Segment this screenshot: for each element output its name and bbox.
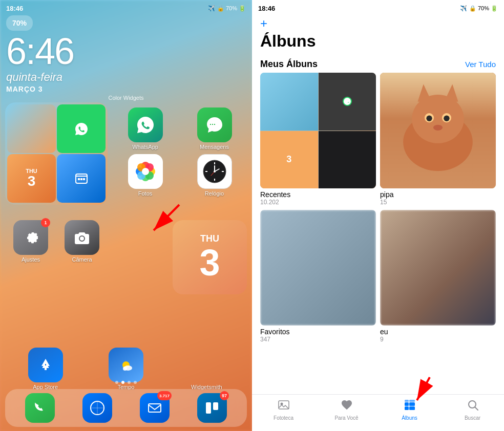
tab-fototeca[interactable]: Fototeca (252, 399, 315, 421)
svg-rect-54 (409, 400, 415, 402)
tab-bar: Fototeca Para Você Álbuns (252, 394, 504, 431)
album-favoritos[interactable]: Favoritos 347 (260, 210, 376, 343)
time-left: 18:46 (6, 5, 23, 12)
airplane-icon-right: ✈️ (460, 5, 467, 12)
dock-icon-trello[interactable]: 97 (197, 393, 227, 423)
album-thumb-recentes: 3 (260, 73, 376, 188)
dock-icon-safari[interactable] (82, 393, 112, 423)
album-name-favoritos: Favoritos (260, 328, 376, 336)
widget-area: 70% 6:46 quinta-feira MARÇO 3 (6, 15, 246, 93)
tab-icon-albuns (404, 399, 416, 414)
app-ajustes-wrap[interactable]: 1 Ajustes (13, 220, 48, 263)
dock-safari-wrap[interactable] (82, 393, 112, 423)
app-label-ajustes: Ajustes (22, 256, 40, 263)
battery-status-right: 🔒 70% 🔋 (469, 5, 498, 12)
tab-icon-fototeca (278, 399, 290, 414)
album-thumb-pipa (380, 73, 496, 188)
app-icon-whatsapp[interactable] (128, 107, 163, 142)
status-icons-left: ✈️ 🔒 70% 🔋 (208, 5, 246, 12)
album-thumb-favoritos (260, 210, 376, 326)
time-widget: 6:46 (6, 33, 246, 70)
app-messages-wrap[interactable]: Mensagens (182, 107, 247, 150)
app-icon-clock[interactable] (197, 154, 232, 189)
svg-text:A: A (42, 360, 49, 370)
app-photos-wrap[interactable]: Fotos (113, 154, 178, 197)
widgetsmith-spacer (189, 348, 224, 382)
album-count-recentes: 10.202 (260, 199, 376, 206)
status-bar-left: 18:46 ✈️ 🔒 70% 🔋 (0, 0, 252, 14)
dock-mail-wrap[interactable]: 3.717 (140, 393, 170, 423)
app-icon-photos[interactable] (128, 154, 163, 189)
app-icon-weather[interactable] (109, 348, 143, 382)
widget-cell-4 (57, 154, 106, 203)
see-all-link[interactable]: Ver Tudo (465, 60, 496, 69)
app-icon-camera[interactable] (65, 220, 99, 255)
dot-3 (128, 381, 131, 384)
svg-rect-34 (149, 404, 161, 412)
left-panel: 18:46 ✈️ 🔒 70% 🔋 70% 6:46 quinta-feira M… (0, 0, 252, 431)
dock: 3.717 97 (5, 389, 247, 427)
album-count-pipa: 15 (380, 199, 496, 206)
airplane-icon: ✈️ (208, 5, 215, 12)
tab-para-voce[interactable]: Para Você (315, 399, 378, 421)
app-camera-wrap[interactable]: Câmera (65, 220, 99, 263)
widget-cell-2 (57, 104, 106, 153)
badge-trello: 97 (220, 391, 229, 400)
thu-num: 3 (199, 244, 220, 281)
photos-title: Álbuns (260, 32, 496, 51)
app-label-messages: Mensagens (200, 144, 229, 150)
svg-point-39 (412, 95, 464, 143)
tab-label-albuns: Álbuns (402, 415, 417, 421)
tab-icon-para-voce (341, 399, 353, 414)
svg-rect-35 (206, 402, 211, 414)
svg-rect-56 (409, 406, 415, 410)
right-panel: 18:46 ✈️ 🔒 70% 🔋 + Álbuns Meus Álbuns Ve… (252, 0, 504, 431)
dock-icon-phone[interactable] (25, 393, 55, 423)
tab-albuns[interactable]: Álbuns (378, 399, 441, 421)
app-label-clock: Relógio (205, 190, 224, 197)
svg-rect-2 (80, 178, 82, 180)
svg-rect-36 (213, 402, 218, 410)
dock-icon-mail[interactable]: 3.717 (140, 393, 170, 423)
album-count-favoritos: 347 (260, 336, 376, 343)
dock-trello-wrap[interactable]: 97 (197, 393, 227, 423)
dot-4 (134, 381, 137, 384)
thu-widget: THU 3 (173, 220, 247, 294)
app-label-whatsapp: WhatsApp (132, 144, 158, 150)
album-recentes[interactable]: 3 Recentes 10.202 (260, 73, 376, 206)
app-clock-wrap[interactable]: Relógio (182, 154, 247, 197)
svg-rect-55 (405, 406, 409, 410)
battery-widget: 70% (6, 15, 33, 31)
album-pipa[interactable]: pipa 15 (380, 73, 496, 206)
albums-row-1: 3 Recentes 10.202 (260, 73, 496, 206)
album-count-eu: 9 (380, 336, 496, 343)
app-icon-ajustes[interactable]: 1 (13, 220, 48, 255)
add-album-button[interactable]: + (260, 16, 496, 31)
section-header: Meus Álbuns Ver Tudo (252, 55, 504, 73)
time-right: 18:46 (258, 5, 275, 12)
day-widget: quinta-feira (6, 71, 246, 84)
badge-ajustes: 1 (41, 218, 50, 227)
status-icons-right: ✈️ 🔒 70% 🔋 (460, 5, 498, 12)
app-whatsapp-wrap[interactable]: WhatsApp (113, 107, 178, 150)
svg-point-22 (214, 170, 216, 173)
album-eu[interactable]: eu 9 (380, 210, 496, 343)
svg-marker-40 (417, 84, 432, 103)
app-icon-messages[interactable] (197, 107, 232, 142)
dot-1 (115, 381, 118, 384)
albums-row-2: Favoritos 347 eu 9 (260, 210, 496, 343)
app-icon-appstore[interactable]: A (28, 348, 63, 382)
app-label-photos: Fotos (138, 190, 153, 197)
tab-label-buscar: Buscar (465, 415, 480, 421)
dock-phone-wrap[interactable] (25, 393, 55, 423)
battery-status: 🔒 70% 🔋 (217, 5, 246, 12)
page-dots (0, 381, 252, 384)
svg-point-45 (444, 116, 449, 121)
album-name-pipa: pipa (380, 190, 496, 199)
svg-point-46 (433, 125, 443, 131)
svg-point-12 (142, 168, 149, 175)
status-bar-right: 18:46 ✈️ 🔒 70% 🔋 (252, 0, 504, 14)
tab-buscar[interactable]: Buscar (441, 399, 504, 421)
svg-rect-51 (405, 402, 409, 406)
svg-point-28 (123, 367, 127, 371)
